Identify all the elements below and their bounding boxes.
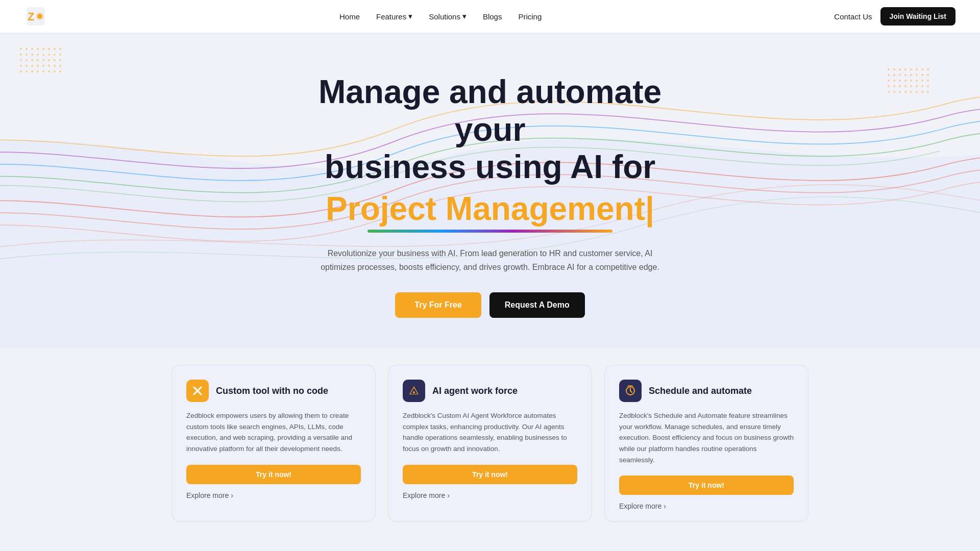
- hero-buttons: Try For Free Request A Demo: [10, 292, 970, 318]
- hero-animated-wrapper: Project Management: [10, 190, 970, 228]
- cards-section: Custom tool with no code Zedblock empowe…: [0, 348, 980, 551]
- nav-blogs[interactable]: Blogs: [477, 9, 508, 24]
- logo[interactable]: Z: [24, 5, 47, 28]
- hero-content: Manage and automate your business using …: [10, 73, 970, 318]
- card-try-now-button-0[interactable]: Try it now!: [186, 465, 361, 484]
- chevron-down-icon: ▾: [408, 12, 412, 21]
- card-desc-schedule: Zedblock's Schedule and Automate feature…: [619, 410, 794, 465]
- card-explore-more-2[interactable]: Explore more ›: [619, 502, 794, 510]
- card-icon-ai-workforce: [403, 380, 425, 402]
- nav-home[interactable]: Home: [333, 9, 366, 24]
- svg-point-7: [413, 391, 415, 393]
- join-waiting-button[interactable]: Join Waiting List: [880, 7, 955, 26]
- navbar: Z Home Features ▾ Solutions ▾ Blogs Pric…: [0, 0, 980, 33]
- card-explore-more-0[interactable]: Explore more ›: [186, 491, 361, 499]
- chevron-right-icon: ›: [231, 491, 233, 499]
- card-header: AI agent work force: [403, 380, 577, 402]
- card-custom-tool: Custom tool with no code Zedblock empowe…: [172, 365, 376, 522]
- svg-text:Z: Z: [28, 10, 34, 23]
- card-icon-custom-tool: [186, 380, 209, 402]
- nav-pricing[interactable]: Pricing: [512, 9, 548, 24]
- try-free-button[interactable]: Try For Free: [395, 292, 481, 318]
- contact-us-link[interactable]: Contact Us: [834, 12, 872, 21]
- card-ai-workforce: AI agent work force Zedblock's Custom AI…: [388, 365, 592, 522]
- nav-solutions[interactable]: Solutions ▾: [423, 9, 473, 24]
- chevron-down-icon: ▾: [462, 12, 467, 21]
- card-title-custom-tool: Custom tool with no code: [216, 386, 328, 396]
- card-header: Schedule and automate: [619, 380, 794, 402]
- chevron-right-icon: ›: [664, 502, 666, 510]
- card-title-ai-workforce: AI agent work force: [432, 386, 518, 396]
- card-try-now-button-2[interactable]: Try it now!: [619, 475, 794, 495]
- svg-point-4: [37, 14, 42, 19]
- hero-section: for(let i=0;i<40;i++) document.write('<s…: [0, 33, 980, 348]
- card-icon-schedule: [619, 380, 642, 402]
- hero-title: Manage and automate your business using …: [286, 73, 694, 186]
- card-schedule-automate: Schedule and automate Zedblock's Schedul…: [604, 365, 808, 522]
- logo-icon: Z: [24, 5, 47, 28]
- card-header: Custom tool with no code: [186, 380, 361, 402]
- hero-underline: [368, 230, 612, 233]
- card-desc-ai-workforce: Zedblock's Custom AI Agent Workforce aut…: [403, 410, 577, 454]
- hero-animated-text: Project Management: [326, 190, 654, 228]
- card-title-schedule: Schedule and automate: [649, 386, 752, 396]
- nav-features[interactable]: Features ▾: [370, 9, 419, 24]
- hero-subtitle: Revolutionize your business with AI. Fro…: [316, 247, 664, 274]
- card-explore-more-1[interactable]: Explore more ›: [403, 491, 577, 499]
- request-demo-button[interactable]: Request A Demo: [489, 292, 585, 318]
- nav-links: Home Features ▾ Solutions ▾ Blogs Pricin…: [333, 9, 548, 24]
- nav-right: Contact Us Join Waiting List: [834, 7, 955, 26]
- chevron-right-icon: ›: [447, 491, 450, 499]
- card-try-now-button-1[interactable]: Try it now!: [403, 465, 577, 484]
- card-desc-custom-tool: Zedblock empowers users by allowing them…: [186, 410, 361, 454]
